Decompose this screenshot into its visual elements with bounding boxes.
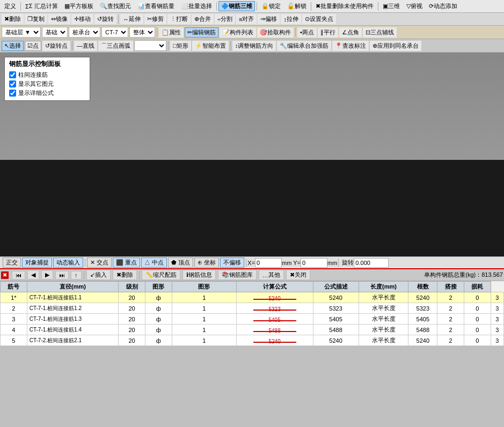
sep10 xyxy=(168,41,169,50)
setpoint-btn[interactable]: ⊙设置夹点 xyxy=(302,14,336,24)
rect-btn[interactable]: □矩形 xyxy=(170,41,191,51)
select-tool-btn[interactable]: ↖ 选择 xyxy=(2,41,24,51)
lock-btn[interactable]: 🔒 锁定 xyxy=(259,1,283,11)
dynamic-input-btn[interactable]: 动态输入 xyxy=(53,257,83,268)
check-mark-btn[interactable]: 📍查改标注 xyxy=(332,41,369,51)
menu-define-btn[interactable]: 定义 xyxy=(2,1,19,11)
three-point-btn[interactable]: ⊡三点辅线 xyxy=(363,27,397,38)
view-rebar-btn[interactable]: 📊 查看钢筋量 xyxy=(135,1,177,11)
table-row[interactable]: 5 CT-7-2.桩间连接筋2.1 20 ф 1 5240 5240 水平长度 … xyxy=(1,335,504,346)
panel-close-btn2[interactable]: ✖关闭 xyxy=(286,270,310,280)
panel-close-btn[interactable]: ✖ xyxy=(1,271,9,279)
snap-btn[interactable]: 对象捕捉 xyxy=(22,257,52,268)
detail-formula-checkbox[interactable] xyxy=(9,90,16,97)
checkbox-row-3[interactable]: 显示详细公式 xyxy=(9,89,85,97)
find-element-btn[interactable]: 🔍 查找图元 xyxy=(97,1,134,11)
split-btn[interactable]: ÷分割 xyxy=(215,14,235,24)
dynamic-add-btn[interactable]: ⟳ 动态添加 xyxy=(426,1,460,11)
two-point-btn[interactable]: •两点 xyxy=(297,27,317,38)
trim-btn[interactable]: ✂修剪 xyxy=(144,14,166,24)
table-row[interactable]: 4 CT-7-1.桩间连接筋1.4 20 ф 1 5488 5488 水平长度 … xyxy=(1,325,504,335)
table-row[interactable]: 3 CT-7-1.桩间连接筋1.3 20 ф 1 5405 5405 水平长度 … xyxy=(1,314,504,325)
y-input[interactable] xyxy=(301,258,327,268)
intersection-btn[interactable]: ✕ 交点 xyxy=(87,257,112,268)
checkbox-row-1[interactable]: 柱间连接筋 xyxy=(9,71,85,79)
apply-icon: ⊕ xyxy=(372,42,377,49)
apply-same-btn[interactable]: ⊕应用到同名承台 xyxy=(370,41,421,51)
rotate-input[interactable] xyxy=(354,258,389,268)
merge-btn[interactable]: ⊕合并 xyxy=(192,14,214,24)
next-btn[interactable]: ▶ xyxy=(41,270,53,279)
ortho-btn[interactable]: 正交 xyxy=(3,257,21,268)
last-btn[interactable]: ⏭ xyxy=(55,271,69,279)
first-btn[interactable]: ⏮ xyxy=(12,271,25,279)
align-btn[interactable]: ≡对齐 xyxy=(236,14,257,24)
col-splice: 搭接 xyxy=(437,282,464,292)
delete-btn[interactable]: ✖删除 xyxy=(2,14,24,24)
prev-btn[interactable]: ◀ xyxy=(27,270,39,279)
mirror-btn[interactable]: ⇔镜像 xyxy=(48,14,70,24)
batch-delete-btn[interactable]: ✖ 批量删除未使用构件 xyxy=(313,1,376,11)
other-btn[interactable]: …其他 xyxy=(259,270,284,280)
batch-select-btn[interactable]: ⬜ 批量选择 xyxy=(178,1,215,11)
unlock-btn[interactable]: 🔓 解锁 xyxy=(284,1,309,11)
break-btn[interactable]: ⋮打断 xyxy=(167,14,191,24)
mode-select[interactable] xyxy=(134,40,166,51)
cell-id: 2 xyxy=(1,303,27,314)
rebar-info-btn[interactable]: ℹ钢筋信息 xyxy=(182,270,216,280)
component-select[interactable]: 桩承台 xyxy=(69,27,100,38)
col-desc: 公式描述 xyxy=(313,282,359,292)
no-offset-btn[interactable]: 不偏移 xyxy=(220,257,244,268)
property-btn[interactable]: 📋属性 xyxy=(159,27,184,38)
move-btn[interactable]: ✛移动 xyxy=(71,14,93,24)
cell-grade: ф xyxy=(145,335,172,346)
rebar-lib-btn[interactable]: 📚钢筋图库 xyxy=(218,270,257,280)
checkbox-row-2[interactable]: 显示其它图元 xyxy=(9,80,85,88)
insert-row-btn[interactable]: ↙插入 xyxy=(86,270,111,280)
extend-btn[interactable]: ↔延伸 xyxy=(120,14,143,24)
flat-board-btn[interactable]: ▦ 平方板板 xyxy=(62,1,96,11)
delete-row-btn[interactable]: ✖删除 xyxy=(113,270,137,280)
rotate-btn[interactable]: ↺旋转 xyxy=(94,14,116,24)
table-row[interactable]: 1* CT-7-1.桩间连接筋1.1 20 ф 1 5240 5240 水平长度… xyxy=(1,292,504,303)
smart-place-btn[interactable]: ⚡智能布置 xyxy=(192,41,229,51)
angle-btn[interactable]: ∠点角 xyxy=(339,27,362,38)
parallel-btn[interactable]: ∥平行 xyxy=(318,27,338,38)
last-icon: ⏭ xyxy=(59,272,65,278)
offset-btn[interactable]: ⇒偏移 xyxy=(258,14,280,24)
cell-loss: 3 xyxy=(491,292,503,303)
rebar-table-container[interactable]: 筋号 直径(mm) 级别 图形 图形 计算公式 公式描述 长度(mm) 根数 搭… xyxy=(0,281,504,346)
base-select[interactable]: 基础 xyxy=(42,27,68,38)
x-input[interactable] xyxy=(255,258,282,268)
coord-btn[interactable]: ⊕ 坐标 xyxy=(194,257,219,268)
arc-btn[interactable]: ⌒三点画弧 xyxy=(98,41,133,51)
rebar-3d-btn[interactable]: 🔷 钢筋三维 xyxy=(218,1,255,11)
vertex-btn[interactable]: ⬟ 顶点 xyxy=(168,257,193,268)
number-select[interactable]: CT-7 xyxy=(101,27,128,38)
component-list-btn[interactable]: 📝构件列表 xyxy=(220,27,256,38)
stretch-btn[interactable]: ↕拉伸 xyxy=(281,14,301,24)
line-btn[interactable]: —直线 xyxy=(74,41,97,51)
edit-rebar-icon: ✏ xyxy=(187,29,192,36)
3d-btn[interactable]: ▣ 三维 xyxy=(380,1,403,11)
other-elements-checkbox[interactable] xyxy=(9,80,16,87)
rotate-point-btn[interactable]: ↺旋转点 xyxy=(42,41,70,51)
layer-select[interactable]: 基础层 ▼ xyxy=(2,27,41,38)
cell-figure: 5323 xyxy=(236,303,313,314)
top-view-btn[interactable]: ▽ 俯视 xyxy=(404,1,425,11)
scale-rebar-btn[interactable]: 📏缩尺配筋 xyxy=(142,270,180,280)
cell-formula: 5240 xyxy=(313,335,359,346)
pile-rebar-checkbox[interactable] xyxy=(9,71,16,78)
calc-btn[interactable]: Σ Σ 汇总计算 xyxy=(23,1,61,11)
keypoint-btn[interactable]: ⬛ 重点 xyxy=(113,257,140,268)
adjust-dir-btn[interactable]: ↕调整钢筋方向 xyxy=(232,41,276,51)
edit-cap-btn[interactable]: 🔧编辑承台加强筋 xyxy=(277,41,331,51)
point-tool-btn[interactable]: ☑点 xyxy=(25,41,41,51)
midpoint-btn[interactable]: △ 中点 xyxy=(141,257,167,268)
copy-btn[interactable]: ❐复制 xyxy=(25,14,47,24)
table-row[interactable]: 2 CT-7-1.桩间连接筋1.2 20 ф 1 5323 5323 水平长度 … xyxy=(1,303,504,314)
view-select[interactable]: 整体 xyxy=(129,27,155,38)
edit-rebar-btn[interactable]: ✏编辑钢筋 xyxy=(185,27,218,38)
pick-component-btn[interactable]: 🎯拾取构件 xyxy=(257,27,294,38)
up-btn[interactable]: ↑ xyxy=(71,271,82,279)
